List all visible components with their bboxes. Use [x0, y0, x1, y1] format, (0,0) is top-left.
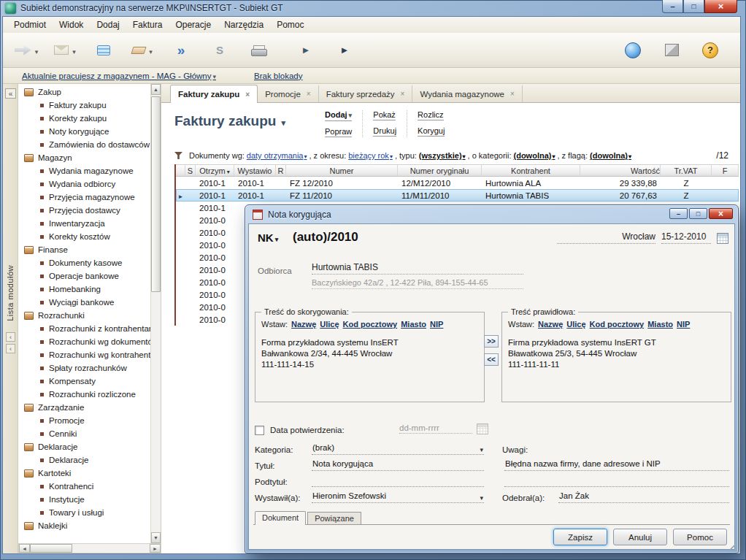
title-bar[interactable]: Subiekt demonstracyjny na serwerze MKP\I…	[0, 0, 746, 16]
insert-nip-link[interactable]: NIP	[677, 320, 690, 329]
erase-button[interactable]	[126, 36, 158, 65]
column-header-kontrahent[interactable]: Kontrahent	[482, 165, 580, 176]
date-field[interactable]: 15-12-2010	[661, 231, 711, 244]
dialog-title-bar[interactable]: Nota korygująca	[245, 205, 738, 223]
category-dropdown[interactable]: (brak)	[312, 443, 484, 455]
insert-postcode-link[interactable]: Kod pocztowy	[590, 320, 645, 329]
scrollbar-thumb[interactable]	[151, 96, 161, 292]
copy-left-button[interactable]: <<	[484, 353, 499, 366]
date-confirm-checkbox[interactable]	[255, 426, 264, 435]
sidebar-item-rozrachunki-kontrahenci[interactable]: Rozrachunki z kontrahentami	[18, 322, 150, 335]
sidebar-section-naklejki[interactable]: Naklejki	[18, 519, 150, 532]
filter-type-dropdown[interactable]: (wszystkie)	[419, 151, 466, 160]
scroll-down-icon[interactable]	[151, 532, 161, 543]
column-header-wystawiono[interactable]: Wystawio	[234, 165, 276, 176]
lock-status-link[interactable]: Brak blokady	[254, 72, 302, 80]
sidebar-item-instytucje[interactable]: Instytucje	[18, 493, 150, 506]
trace-button[interactable]	[204, 36, 236, 65]
sidebar-item-dokumenty-kasowe[interactable]: Dokumenty kasowe	[18, 256, 150, 269]
sidebar-item-splaty-rozrachunkow[interactable]: Spłaty rozrachunków	[18, 361, 150, 375]
edit-button[interactable]: Popraw	[325, 127, 352, 137]
sidebar-section-deklaracje[interactable]: Deklaracje	[18, 440, 150, 453]
cancel-button[interactable]: Anuluj	[613, 529, 667, 545]
sidebar-item-rozrachunki-rozliczone[interactable]: Rozrachunki rozliczone	[18, 388, 150, 401]
insert-postcode-link[interactable]: Kod pocztowy	[343, 320, 398, 329]
menu-operacje[interactable]: Operacje	[169, 18, 218, 32]
column-header-f[interactable]: F	[712, 165, 739, 176]
tab-powiazane[interactable]: Powiązane	[307, 512, 361, 524]
show-button[interactable]: Pokaż	[373, 110, 396, 120]
online-button[interactable]	[617, 36, 649, 65]
sidebar-item-faktury-zakupu[interactable]: Faktury zakupu	[18, 99, 150, 112]
sidebar-item-deklaracje[interactable]: Deklaracje	[18, 453, 150, 467]
sidebar-item-rozrachunki-dokumenty[interactable]: Rozrachunki wg dokumentów	[18, 335, 150, 348]
tab-dokument[interactable]: Dokument	[255, 511, 306, 525]
document-type-dropdown[interactable]: NK	[258, 231, 278, 244]
tab-promocje[interactable]: Promocje	[258, 85, 318, 102]
print-button[interactable]	[242, 36, 274, 65]
tab-faktury-zakupu[interactable]: Faktury zakupu	[170, 85, 258, 103]
sidebar-section-zakup[interactable]: Zakup	[18, 85, 150, 99]
column-header-trvat[interactable]: Tr.VAT	[661, 165, 712, 176]
menu-dodaj[interactable]: Dodaj	[90, 18, 126, 32]
close-tab-icon[interactable]	[307, 90, 311, 98]
insert-street-link[interactable]: Ulicę	[566, 320, 585, 329]
subtitle-field[interactable]	[312, 475, 484, 487]
insert-city-link[interactable]: Miasto	[647, 320, 673, 329]
menu-narzedzia[interactable]: Narzędzia	[218, 18, 270, 32]
sidebar-item-przyjecia-magazynowe[interactable]: Przyjęcia magazynowe	[18, 191, 150, 204]
issuer-dropdown[interactable]: Hieronim Szefowski	[312, 491, 484, 503]
sidebar-item-inwentaryzacja[interactable]: Inwentaryzacja	[18, 217, 150, 230]
sidebar-section-rozrachunki[interactable]: Rozrachunki	[18, 309, 150, 322]
dialog-close-button[interactable]	[709, 208, 733, 219]
filter-period-dropdown[interactable]: bieżący rok	[348, 151, 393, 160]
receiver-field[interactable]: Jan Żak	[558, 491, 729, 503]
sidebar-item-operacje-bankowe[interactable]: Operacje bankowe	[18, 269, 150, 283]
sidebar-section-zarzadzanie[interactable]: Zarządzanie	[18, 401, 150, 414]
column-header-s[interactable]: S	[185, 165, 196, 176]
sidebar-item-wydania-magazynowe[interactable]: Wydania magazynowe	[18, 164, 150, 177]
filter-by-dropdown[interactable]: daty otrzymania	[247, 151, 307, 160]
column-header-wartosc[interactable]: Wartość	[580, 165, 661, 176]
receive-document-button[interactable]	[328, 36, 361, 65]
sidebar-item-rozrachunki-wg-kontrahentow[interactable]: Rozrachunki wg kontrahentów	[18, 348, 150, 361]
insert-name-link[interactable]: Nazwę	[538, 320, 563, 329]
sidebar-item-korekty-kosztow[interactable]: Korekty kosztów	[18, 230, 150, 243]
sidebar-item-przyjecia-dostawcy[interactable]: Przyjęcia dostawcy	[18, 204, 150, 217]
menu-podmiot[interactable]: Podmiot	[7, 18, 53, 32]
close-tab-icon[interactable]	[401, 90, 405, 98]
tree-vertical-scrollbar[interactable]	[150, 84, 161, 543]
print-document-button[interactable]: Drukuj	[373, 126, 396, 137]
save-button[interactable]: Zapisz	[553, 529, 607, 545]
column-header-otrzym[interactable]: Otrzym	[196, 165, 234, 176]
sidebar-item-kontrahenci[interactable]: Kontrahenci	[18, 480, 150, 493]
date-confirm-field[interactable]: dd-mm-rrrr	[399, 423, 472, 434]
filter-category-dropdown[interactable]: (dowolna)	[514, 151, 555, 160]
chevron-left-icon[interactable]	[6, 332, 15, 342]
insert-city-link[interactable]: Miasto	[401, 320, 426, 329]
maximize-button[interactable]	[683, 0, 704, 13]
collapse-panel-button[interactable]	[5, 88, 16, 99]
title-field[interactable]: Nota korygująca	[312, 459, 484, 471]
minimize-button[interactable]	[662, 0, 683, 13]
chevron-left-icon[interactable]	[6, 344, 15, 353]
help-button[interactable]	[694, 36, 726, 65]
modules-button[interactable]	[655, 36, 688, 65]
scroll-up-icon[interactable]	[151, 84, 161, 95]
city-field[interactable]: Wrocław	[557, 231, 655, 244]
calendar-icon[interactable]	[717, 233, 728, 244]
menu-widok[interactable]: Widok	[53, 18, 90, 32]
issue-document-button[interactable]	[290, 36, 322, 65]
marker-column-header[interactable]	[176, 165, 185, 176]
copy-right-button[interactable]: >>	[484, 335, 499, 348]
mail-button[interactable]	[49, 36, 81, 65]
close-tab-icon[interactable]	[245, 91, 250, 99]
column-header-numer[interactable]: Numer	[286, 165, 398, 176]
remarks-field[interactable]: Błędna nazwa firmy, dane adresowe i NIP	[504, 459, 729, 471]
recipient-name-field[interactable]: Hurtownia TABIS	[312, 262, 523, 275]
correct-button[interactable]: Koryguj	[418, 126, 445, 137]
calendar-icon[interactable]	[477, 423, 488, 434]
menu-faktura[interactable]: Faktura	[126, 18, 169, 32]
filter-icon[interactable]	[174, 152, 182, 159]
dialog-maximize-button[interactable]	[689, 208, 707, 219]
